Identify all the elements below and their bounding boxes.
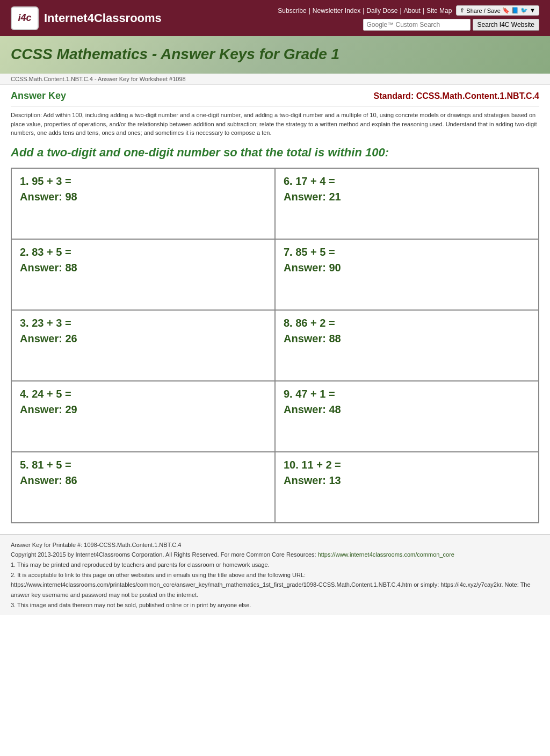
share-social-icons: 🔖 📘 🐦 ▼ [502,7,535,14]
problem-row: 4. 24 + 5 = Answer: 29 9. 47 + 1 = Answe… [12,381,538,452]
problem-equation: 5. 81 + 5 = [20,459,266,471]
nav-site-map[interactable]: Site Map [426,7,452,15]
problem-cell: 6. 17 + 4 = Answer: 21 [276,169,538,239]
nav-newsletter[interactable]: Newsletter Index [313,7,360,15]
problem-answer: Answer: 13 [284,474,530,487]
problem-cell: 3. 23 + 3 = Answer: 26 [12,311,276,380]
problem-answer: Answer: 29 [20,404,266,416]
problem-answer: Answer: 26 [20,333,266,345]
problem-row: 2. 83 + 5 = Answer: 88 7. 85 + 5 = Answe… [12,240,538,311]
problem-row: 1. 95 + 3 = Answer: 98 6. 17 + 4 = Answe… [12,169,538,240]
problem-equation: 4. 24 + 5 = [20,388,266,400]
footer-line4: 2. It is acceptable to link to this page… [11,570,539,580]
problem-cell: 5. 81 + 5 = Answer: 86 [12,452,276,522]
worksheet-instruction: Add a two-digit and one-digit number so … [11,146,539,160]
footer-line1: Answer Key for Printable #: 1098-CCSS.Ma… [11,540,539,550]
site-name: Internet4Classrooms [44,11,162,25]
footer-line5: https://www.internet4classrooms.com/prin… [11,580,539,600]
answer-key-header: Answer Key Standard: CCSS.Math.Content.1… [11,90,539,102]
problem-answer: Answer: 21 [284,191,530,203]
problem-equation: 2. 83 + 5 = [20,246,266,258]
problem-equation: 1. 95 + 3 = [20,175,266,188]
search-area: Search I4C Website [363,19,540,31]
footer-link-common-core[interactable]: https://www.internet4classrooms.com/comm… [318,551,454,558]
problem-cell: 7. 85 + 5 = Answer: 90 [276,240,538,309]
site-header: i4c Internet4Classrooms Subscribe | News… [0,0,550,36]
share-icon: ⇧ [460,7,465,14]
problem-equation: 9. 47 + 1 = [284,388,530,400]
standard-label: Standard: CCSS.Math.Content.1.NBT.C.4 [374,91,539,101]
problem-cell: 1. 95 + 3 = Answer: 98 [12,169,276,239]
nav-about[interactable]: About [404,7,421,15]
problem-cell: 10. 11 + 2 = Answer: 13 [276,452,538,522]
problem-cell: 4. 24 + 5 = Answer: 29 [12,381,276,451]
problem-equation: 8. 86 + 2 = [284,317,530,329]
problem-answer: Answer: 88 [20,262,266,274]
footer-line6: 3. This image and data thereon may not b… [11,600,539,610]
breadcrumb: CCSS.Math.Content.1.NBT.C.4 - Answer Key… [0,74,550,85]
description-text: Description: Add within 100, including a… [11,106,539,138]
search-button[interactable]: Search I4C Website [473,19,540,31]
problem-answer: Answer: 90 [284,262,530,274]
nav-daily-dose[interactable]: Daily Dose [366,7,397,15]
problem-answer: Answer: 88 [284,333,530,345]
main-content: Answer Key Standard: CCSS.Math.Content.1… [0,85,550,534]
problem-grid: 1. 95 + 3 = Answer: 98 6. 17 + 4 = Answe… [11,168,539,523]
problem-equation: 3. 23 + 3 = [20,317,266,329]
problem-cell: 8. 86 + 2 = Answer: 88 [276,311,538,380]
answer-key-title: Answer Key [11,90,66,102]
page-footer: Answer Key for Printable #: 1098-CCSS.Ma… [0,534,550,616]
logo-area: i4c Internet4Classrooms [11,6,162,30]
nav-links: Subscribe | Newsletter Index | Daily Dos… [278,7,452,15]
search-input[interactable] [363,19,471,31]
problem-cell: 2. 83 + 5 = Answer: 88 [12,240,276,309]
problem-equation: 6. 17 + 4 = [284,175,530,188]
header-right: Subscribe | Newsletter Index | Daily Dos… [278,5,539,31]
problem-equation: 7. 85 + 5 = [284,246,530,258]
footer-line2: Copyright 2013-2015 by Internet4Classroo… [11,550,539,560]
problem-answer: Answer: 86 [20,474,266,487]
problem-answer: Answer: 48 [284,404,530,416]
problem-equation: 10. 11 + 2 = [284,459,530,471]
logo-icon: i4c [11,6,39,30]
problem-cell: 9. 47 + 1 = Answer: 48 [276,381,538,451]
problem-answer: Answer: 98 [20,191,266,203]
problem-row: 3. 23 + 3 = Answer: 26 8. 86 + 2 = Answe… [12,311,538,381]
share-button[interactable]: ⇧ Share / Save 🔖 📘 🐦 ▼ [456,5,539,16]
problem-row: 5. 81 + 5 = Answer: 86 10. 11 + 2 = Answ… [12,452,538,522]
footer-line3: 1. This may be printed and reproduced by… [11,560,539,570]
nav-subscribe[interactable]: Subscribe [278,7,306,15]
banner-title: CCSS Mathematics - Answer Keys for Grade… [11,46,539,63]
page-banner: CCSS Mathematics - Answer Keys for Grade… [0,36,550,74]
